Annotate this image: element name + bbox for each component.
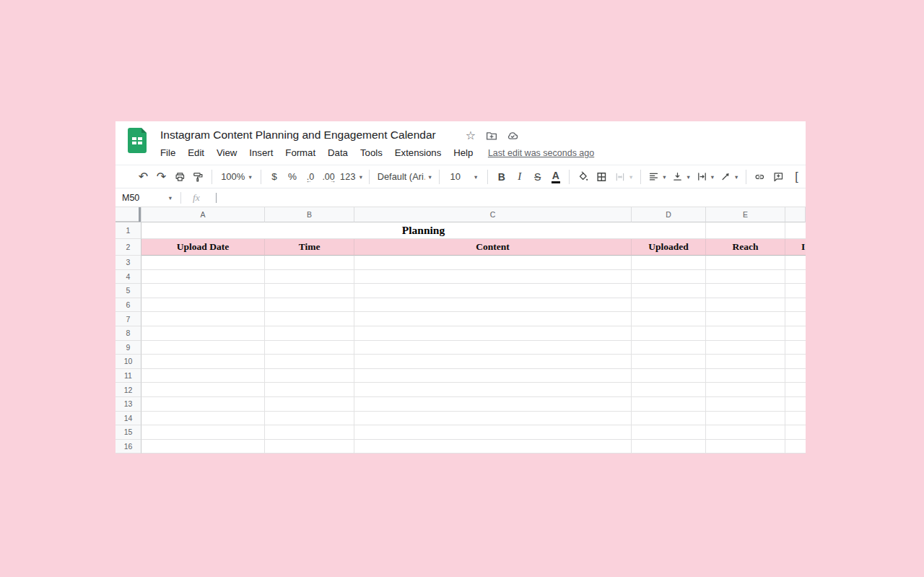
text-rotation-button[interactable]: ▾ (718, 168, 740, 186)
cell[interactable] (354, 312, 632, 326)
cell[interactable] (785, 412, 806, 426)
cell[interactable] (354, 270, 632, 285)
horizontal-align-button[interactable]: ▾ (646, 168, 668, 186)
menu-help[interactable]: Help (448, 146, 479, 160)
cell[interactable] (141, 256, 265, 270)
cell[interactable] (785, 270, 806, 285)
document-status-cloud-icon[interactable] (506, 129, 519, 142)
print-button[interactable] (172, 168, 188, 186)
cell[interactable] (354, 355, 632, 369)
borders-button[interactable] (593, 168, 610, 186)
paint-format-button[interactable] (190, 168, 206, 186)
cell[interactable] (632, 412, 706, 426)
cell[interactable] (141, 425, 265, 440)
cell[interactable] (354, 425, 632, 440)
cell[interactable] (265, 312, 354, 326)
row-number[interactable]: 6 (116, 298, 141, 313)
strikethrough-button[interactable]: S (530, 168, 546, 186)
cell[interactable] (785, 369, 806, 383)
cell[interactable] (354, 369, 632, 383)
cell-header-content[interactable]: Content (354, 239, 632, 256)
row-number[interactable]: 2 (116, 239, 141, 256)
cell[interactable] (706, 222, 785, 239)
cell[interactable] (706, 369, 785, 383)
cell[interactable] (785, 326, 806, 341)
cell[interactable] (265, 341, 354, 355)
menu-data[interactable]: Data (322, 146, 354, 160)
row-number[interactable]: 1 (116, 222, 141, 239)
menu-file[interactable]: File (160, 146, 182, 160)
cell[interactable] (632, 369, 706, 383)
row-number[interactable]: 16 (116, 440, 141, 454)
redo-button[interactable]: ↷ (154, 168, 170, 186)
cell-planning-merged[interactable]: Planning (141, 222, 706, 239)
increase-decimal-button[interactable]: .00→ (321, 168, 336, 186)
cell[interactable] (632, 326, 706, 341)
column-header-d[interactable]: D (632, 207, 706, 222)
cell[interactable] (141, 326, 265, 341)
last-edit-link[interactable]: Last edit was seconds ago (488, 148, 594, 158)
cell-header-reach[interactable]: Reach (706, 239, 785, 256)
cell[interactable] (785, 425, 806, 440)
cell[interactable] (141, 355, 265, 369)
cell[interactable] (141, 440, 265, 454)
cell[interactable] (785, 341, 806, 355)
bold-button[interactable]: B (494, 168, 510, 186)
cell[interactable] (141, 298, 265, 313)
column-header-c[interactable]: C (354, 207, 632, 222)
cell[interactable] (354, 383, 632, 397)
cell[interactable] (141, 341, 265, 355)
cell[interactable] (785, 383, 806, 397)
column-header-e[interactable]: E (706, 207, 785, 222)
cell[interactable] (354, 326, 632, 341)
row-number[interactable]: 9 (116, 341, 141, 355)
cell[interactable] (706, 284, 785, 298)
row-number[interactable]: 11 (116, 369, 141, 383)
cell[interactable] (265, 369, 354, 383)
menu-extensions[interactable]: Extensions (388, 146, 448, 160)
cell[interactable] (265, 397, 354, 412)
cell[interactable] (785, 222, 806, 239)
more-formats-button[interactable]: 123▾ (339, 168, 364, 186)
menu-edit[interactable]: Edit (182, 146, 211, 160)
italic-button[interactable]: I (512, 168, 528, 186)
column-header-a[interactable]: A (141, 207, 265, 222)
cell[interactable] (706, 412, 785, 426)
cell[interactable] (632, 312, 706, 326)
cell[interactable] (265, 256, 354, 270)
font-family-button[interactable]: Default (Ari…▾ (375, 168, 434, 186)
zoom-button[interactable]: 100%▾ (218, 168, 255, 186)
cell[interactable] (141, 270, 265, 285)
cell[interactable] (354, 440, 632, 454)
column-header-b[interactable]: B (265, 207, 354, 222)
select-all-corner[interactable] (116, 207, 141, 222)
text-wrap-button[interactable]: ▾ (694, 168, 716, 186)
row-number[interactable]: 3 (116, 256, 141, 270)
move-to-folder-icon[interactable] (485, 129, 498, 142)
cell[interactable] (265, 284, 354, 298)
cell[interactable] (141, 312, 265, 326)
cell[interactable] (632, 355, 706, 369)
cell[interactable] (706, 298, 785, 313)
merge-cells-button[interactable]: ▾ (612, 168, 635, 186)
cell[interactable] (706, 355, 785, 369)
cell[interactable] (785, 440, 806, 454)
cell[interactable] (265, 270, 354, 285)
star-icon[interactable]: ☆ (464, 129, 477, 142)
insert-chart-button-partial[interactable]: [ (789, 168, 805, 186)
cell[interactable] (632, 425, 706, 440)
cell[interactable] (141, 383, 265, 397)
menu-view[interactable]: View (210, 146, 243, 160)
cell[interactable] (141, 284, 265, 298)
undo-button[interactable]: ↶ (136, 168, 152, 186)
insert-link-button[interactable] (751, 168, 768, 186)
sheets-logo-icon[interactable] (128, 128, 147, 153)
font-size-button[interactable]: 10▾ (445, 168, 482, 186)
cell[interactable] (785, 256, 806, 270)
cell[interactable] (265, 298, 354, 313)
cell[interactable] (265, 440, 354, 454)
cell[interactable] (785, 355, 806, 369)
cell[interactable] (354, 412, 632, 426)
cell[interactable] (632, 440, 706, 454)
cell[interactable] (706, 397, 785, 412)
